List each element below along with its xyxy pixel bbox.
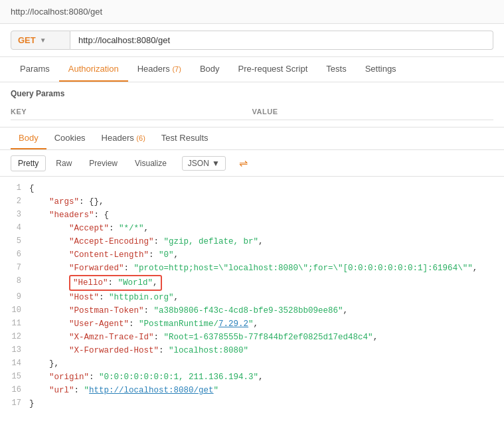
- response-headers-badge: (6): [136, 134, 145, 142]
- params-table: KEY VALUE: [11, 104, 493, 120]
- url-input[interactable]: [70, 31, 493, 50]
- line-content: {: [29, 182, 499, 195]
- code-line-1: 1 {: [0, 182, 504, 195]
- method-select[interactable]: GET ▼: [11, 31, 70, 50]
- pretty-button[interactable]: Pretty: [11, 155, 46, 171]
- code-line-7: 7 "Forwarded": "proto=http;host=\"localh…: [0, 262, 504, 275]
- code-line-15: 15 "origin": "0:0:0:0:0:0:0:1, 211.136.1…: [0, 371, 504, 384]
- line-number: 10: [5, 304, 29, 317]
- line-content: "X-Amzn-Trace-Id": "Root=1-6378555b-77f8…: [29, 331, 499, 344]
- code-line-11: 11 "User-Agent": "PostmanRuntime/7.29.2"…: [0, 317, 504, 331]
- line-content: "Accept-Encoding": "gzip, deflate, br",: [29, 235, 499, 248]
- line-content: },: [29, 357, 499, 371]
- line-content: "origin": "0:0:0:0:0:0:0:1, 211.136.194.…: [29, 371, 499, 384]
- value-header: VALUE: [252, 108, 494, 116]
- line-number: 4: [5, 222, 29, 234]
- code-view: 1 { 2 "args": {}, 3 "headers": { 4 "Acce…: [0, 177, 504, 416]
- query-params-section: Query Params KEY VALUE: [0, 82, 504, 128]
- headers-badge: (7): [172, 65, 181, 73]
- chevron-down-icon: ▼: [40, 37, 46, 44]
- line-content: "Accept": "*/*",: [29, 222, 499, 235]
- code-line-13: 13 "X-Forwarded-Host": "localhost:8080": [0, 344, 504, 357]
- params-header: KEY VALUE: [11, 104, 493, 120]
- code-line-5: 5 "Accept-Encoding": "gzip, deflate, br"…: [0, 235, 504, 248]
- tab-prerequest[interactable]: Pre-request Script: [229, 57, 317, 82]
- line-number: 12: [5, 331, 29, 343]
- url-bar-section: http://localhost:8080/get: [0, 0, 504, 24]
- code-line-10: 10 "Postman-Token": "a38b9806-f43c-4cd8-…: [0, 304, 504, 317]
- line-number: 14: [5, 357, 29, 370]
- code-line-16: 16 "url": "http://localhost:8080/get": [0, 384, 504, 397]
- visualize-button[interactable]: Visualize: [127, 155, 174, 171]
- response-tab-testresults[interactable]: Test Results: [153, 128, 216, 149]
- preview-button[interactable]: Preview: [82, 155, 125, 171]
- line-content: "url": "http://localhost:8080/get": [29, 384, 499, 397]
- line-number: 17: [5, 397, 29, 410]
- code-line-9: 9 "Host": "httpbin.org",: [0, 291, 504, 304]
- body-toolbar: Pretty Raw Preview Visualize JSON ▼ ⇌: [0, 150, 504, 177]
- line-content: "Host": "httpbin.org",: [29, 291, 499, 304]
- line-number: 5: [5, 235, 29, 248]
- line-content: "headers": {: [29, 209, 499, 222]
- response-tab-body[interactable]: Body: [11, 128, 46, 149]
- request-tabs-section: Params Authorization Headers (7) Body Pr…: [0, 57, 504, 82]
- tab-settings[interactable]: Settings: [356, 57, 406, 82]
- line-number: 9: [5, 291, 29, 303]
- response-tabs: Body Cookies Headers (6) Test Results: [11, 128, 493, 149]
- tab-tests[interactable]: Tests: [317, 57, 355, 82]
- line-number: 6: [5, 248, 29, 261]
- line-number: 7: [5, 262, 29, 274]
- line-number: 16: [5, 384, 29, 396]
- line-number: 8: [5, 275, 29, 288]
- url-display: http://localhost:8080/get: [11, 7, 102, 17]
- code-line-14: 14 },: [0, 357, 504, 371]
- code-line-2: 2 "args": {},: [0, 195, 504, 209]
- key-header: KEY: [11, 108, 252, 116]
- request-tabs: Params Authorization Headers (7) Body Pr…: [11, 57, 493, 82]
- request-bar: GET ▼: [0, 24, 504, 57]
- line-content: "Hello": "World",: [29, 275, 499, 291]
- line-content: "Content-Length": "0",: [29, 248, 499, 262]
- line-content: "User-Agent": "PostmanRuntime/7.29.2",: [29, 317, 499, 331]
- response-tab-cookies[interactable]: Cookies: [46, 128, 94, 149]
- line-number: 2: [5, 195, 29, 208]
- tab-authorization[interactable]: Authorization: [59, 57, 128, 82]
- line-content: "X-Forwarded-Host": "localhost:8080": [29, 344, 499, 357]
- code-line-17: 17 }: [0, 397, 504, 410]
- line-number: 11: [5, 317, 29, 330]
- line-number: 1: [5, 182, 29, 195]
- line-number: 13: [5, 344, 29, 357]
- line-content: "Postman-Token": "a38b9806-f43c-4cd8-bfe…: [29, 304, 499, 317]
- line-number: 15: [5, 371, 29, 383]
- format-select[interactable]: JSON ▼: [182, 156, 226, 171]
- code-line-4: 4 "Accept": "*/*",: [0, 222, 504, 235]
- line-number: 3: [5, 209, 29, 221]
- code-line-8: 8 "Hello": "World",: [0, 275, 504, 291]
- response-tab-headers[interactable]: Headers (6): [94, 128, 153, 149]
- line-content: "Forwarded": "proto=http;host=\"localhos…: [29, 262, 499, 275]
- response-tabs-section: Body Cookies Headers (6) Test Results: [0, 128, 504, 150]
- tab-headers[interactable]: Headers (7): [128, 57, 191, 82]
- format-label: JSON: [188, 159, 209, 168]
- tab-body[interactable]: Body: [191, 57, 229, 82]
- wrap-button[interactable]: ⇌: [234, 154, 253, 172]
- raw-button[interactable]: Raw: [48, 155, 79, 171]
- method-label: GET: [18, 35, 36, 45]
- chevron-down-icon: ▼: [212, 159, 220, 168]
- code-line-12: 12 "X-Amzn-Trace-Id": "Root=1-6378555b-7…: [0, 331, 504, 344]
- line-content: "args": {},: [29, 195, 499, 209]
- line-content: }: [29, 397, 499, 410]
- code-line-3: 3 "headers": {: [0, 209, 504, 222]
- tab-params[interactable]: Params: [11, 57, 59, 82]
- query-params-title: Query Params: [11, 89, 493, 98]
- code-line-6: 6 "Content-Length": "0",: [0, 248, 504, 262]
